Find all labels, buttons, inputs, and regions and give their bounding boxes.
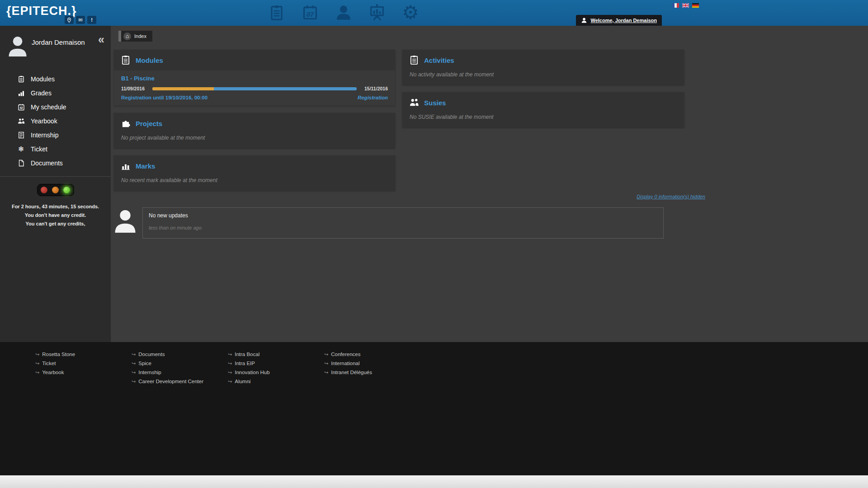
sidebar: Jordan Demaison « Modules Grades 42 My s… xyxy=(0,26,111,342)
module-name-link[interactable]: B1 - Piscine xyxy=(121,75,388,82)
hidden-info-row: Display 0 information(s) hidden xyxy=(114,192,705,200)
footer-link-label: Yearbook xyxy=(42,370,64,375)
people-icon xyxy=(409,98,419,108)
registration-link[interactable]: Registration xyxy=(358,95,388,100)
sidebar-item-internship[interactable]: Internship xyxy=(0,128,111,142)
location-icon[interactable] xyxy=(65,16,74,24)
clipboard-icon xyxy=(121,55,131,65)
susies-card-title[interactable]: Susies xyxy=(424,99,446,107)
modules-card-header: Modules xyxy=(114,50,395,70)
module-entry: B1 - Piscine 11/09/2016 15/11/2016 Regis… xyxy=(114,70,395,106)
dashboard-cards: Modules B1 - Piscine 11/09/2016 15/11/20… xyxy=(114,50,684,191)
sidebar-item-grades[interactable]: Grades xyxy=(0,86,111,100)
footer-link-label: Intranet Délégués xyxy=(331,370,372,375)
sidebar-item-ticket[interactable]: ✻ Ticket xyxy=(0,142,111,156)
footer-link-intranet-delegues[interactable]: ↪Intranet Délégués xyxy=(324,368,420,377)
sidebar-item-yearbook[interactable]: Yearbook xyxy=(0,114,111,128)
sidebar-divider xyxy=(0,176,111,177)
alert-icon[interactable]: ! xyxy=(87,16,96,24)
footer-link-ticket[interactable]: ↪Ticket xyxy=(35,359,132,368)
flag-france-icon[interactable] xyxy=(672,3,679,8)
footer-link-yearbook[interactable]: ↪Yearbook xyxy=(35,368,132,377)
settings-gear-icon[interactable]: ⚙ xyxy=(401,3,420,23)
grades-icon xyxy=(17,89,25,97)
sidebar-collapse-button[interactable]: « xyxy=(98,34,104,45)
flag-uk-icon[interactable] xyxy=(682,3,689,8)
modules-card-title[interactable]: Modules xyxy=(136,56,163,64)
sidebar-item-modules[interactable]: Modules xyxy=(0,72,111,86)
footer-link-label: Alumni xyxy=(235,379,250,384)
topbar-profile-icon[interactable] xyxy=(334,3,354,23)
topbar-schedule-icon[interactable]: 07 xyxy=(300,3,320,23)
footer-link-intra-bocal[interactable]: ↪Intra Bocal xyxy=(228,350,324,359)
link-icon: ↪ xyxy=(228,379,232,385)
envelope-glyph: ✉ xyxy=(78,17,82,23)
susies-card: Susies No SUSIE available at the moment xyxy=(402,92,684,127)
alert-glyph: ! xyxy=(91,17,93,23)
traffic-green-light xyxy=(63,187,70,193)
sidebar-item-label: Modules xyxy=(31,75,55,83)
footer-link-internship[interactable]: ↪Internship xyxy=(132,368,228,377)
traffic-red-light xyxy=(41,187,47,193)
marks-card-title[interactable]: Marks xyxy=(136,162,155,170)
module-registration-row: Registration until 19/10/2016, 00:00 Reg… xyxy=(121,95,388,100)
welcome-user-button[interactable]: Welcome, Jordan Demaison xyxy=(576,15,662,26)
sidebar-item-label: Yearbook xyxy=(31,117,57,125)
footer-column-3: ↪Intra Bocal ↪Intra EIP ↪Innovation Hub … xyxy=(228,350,324,386)
footer-link-international[interactable]: ↪International xyxy=(324,359,420,368)
link-icon: ↪ xyxy=(35,352,39,357)
footer-link-innovation-hub[interactable]: ↪Innovation Hub xyxy=(228,368,324,377)
marks-empty-text: No recent mark available at the moment xyxy=(114,176,395,191)
footer-link-documents[interactable]: ↪Documents xyxy=(132,350,228,359)
footer-column-2: ↪Documents ↪Spice ↪Internship ↪Career De… xyxy=(132,350,228,386)
registration-deadline: Registration until 19/10/2016, 00:00 xyxy=(121,95,208,100)
projects-card-title[interactable]: Projects xyxy=(136,120,162,127)
updates-feed: No new updates less than on minute ago xyxy=(114,207,664,239)
footer-link-spice[interactable]: ↪Spice xyxy=(132,359,228,368)
breadcrumb[interactable]: ⌂ Index xyxy=(118,31,152,42)
footer-link-label: Spice xyxy=(138,361,151,366)
module-end-date: 15/11/2016 xyxy=(364,86,388,91)
link-icon: ↪ xyxy=(35,361,39,366)
updates-avatar xyxy=(114,207,137,234)
footer-link-label: Intra Bocal xyxy=(235,352,259,357)
footer-link-intra-eip[interactable]: ↪Intra EIP xyxy=(228,359,324,368)
footer-link-alumni[interactable]: ↪Alumni xyxy=(228,377,324,386)
traffic-amber-light xyxy=(52,187,59,193)
susies-empty-text: No SUSIE available at the moment xyxy=(402,113,684,127)
profile-block: Jordan Demaison « xyxy=(0,34,111,60)
link-icon: ↪ xyxy=(132,379,136,385)
display-hidden-info-link[interactable]: Display 0 information(s) hidden xyxy=(637,194,705,199)
sidebar-item-documents[interactable]: Documents xyxy=(0,156,111,170)
link-icon: ↪ xyxy=(35,370,39,375)
module-progress-row: 11/09/2016 15/11/2016 xyxy=(121,86,388,91)
avatar[interactable] xyxy=(7,34,28,57)
modules-icon xyxy=(17,75,25,83)
module-progress-bar xyxy=(152,87,357,90)
marks-card: Marks No recent mark available at the mo… xyxy=(114,155,395,191)
footer-link-conferences[interactable]: ↪Conferences xyxy=(324,350,420,359)
footer-link-label: Intra EIP xyxy=(235,361,255,366)
language-flags xyxy=(672,3,699,8)
gear-glyph: ⚙ xyxy=(402,3,419,22)
sidebar-item-label: My schedule xyxy=(31,103,66,111)
updates-title: No new updates xyxy=(149,212,657,219)
sidebar-item-label: Internship xyxy=(31,131,58,139)
link-icon: ↪ xyxy=(228,361,232,366)
activities-card-title[interactable]: Activities xyxy=(424,56,454,64)
ticket-icon: ✻ xyxy=(17,145,25,152)
footer-link-rosetta-stone[interactable]: ↪Rosetta Stone xyxy=(35,350,132,359)
main-content: ⌂ Index Modules B1 - Piscine 11/09/2016 xyxy=(111,26,868,342)
topbar-modules-icon[interactable] xyxy=(267,3,287,23)
flag-germany-icon[interactable] xyxy=(692,3,699,8)
mail-icon[interactable]: ✉ xyxy=(76,16,85,24)
link-icon: ↪ xyxy=(132,352,136,357)
activities-card-header: Activities xyxy=(402,50,684,70)
footer-link-label: Career Development Center xyxy=(138,379,203,384)
sidebar-item-label: Grades xyxy=(31,89,52,97)
sidebar-item-schedule[interactable]: 42 My schedule xyxy=(0,100,111,114)
link-icon: ↪ xyxy=(228,352,232,357)
projects-card-header: Projects xyxy=(114,113,395,134)
footer-link-career-development-center[interactable]: ↪Career Development Center xyxy=(132,377,228,386)
topbar-marks-icon[interactable] xyxy=(367,3,387,23)
